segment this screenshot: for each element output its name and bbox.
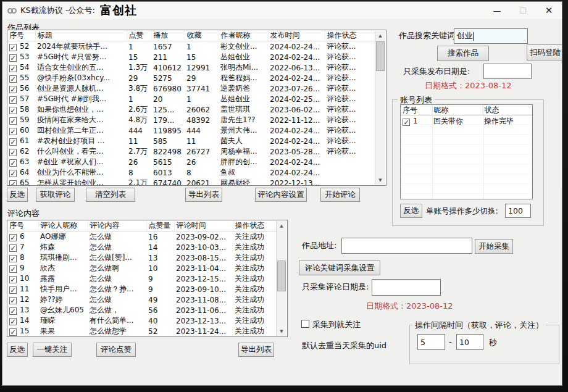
start-comment-button[interactable]: 开始评论 [320,188,360,202]
table-row[interactable]: ✓8琪琪播剧...怎么做[赞]...132023-08-15...关注成功 [7,252,277,263]
close-button[interactable]: ✕ [536,2,562,19]
table-row[interactable]: ✓57#5G时代 #刷到我...1201丛姐创业2024-02-25...评论获… [7,94,375,104]
scroll-down-icon[interactable]: ▼ [375,175,385,185]
col-header[interactable]: 操作状态 [233,220,277,231]
table-row[interactable]: ✓13@幺妹儿605怎么做，562023-11-06...关注成功 [7,305,277,315]
col-header[interactable]: 点赞量 [146,220,174,231]
table-row[interactable]: ✓60回村创业第二年正...444119895444景州大伟...2024-02… [7,125,375,136]
table-row[interactable]: ✓6AO娜娜怎么做162023-09-02...关注成功 [7,231,277,243]
row-checkbox[interactable]: ✓ [9,297,17,304]
col-header[interactable]: 播放 [151,30,185,41]
col-header[interactable]: 标题 [35,30,127,41]
scrollbar-thumb[interactable] [376,41,385,71]
row-checkbox[interactable]: ✓ [9,265,17,273]
table-row[interactable]: ✓63#创业 #祝家人们...26561526胖胖的创...2024-02-24… [7,157,375,167]
search-works-button[interactable]: 搜索作品 [437,46,489,61]
row-checkbox[interactable]: ✓ [9,318,17,325]
row-checkbox[interactable]: ✓ [9,54,17,62]
start-collect-button[interactable]: 开始采集 [475,239,513,254]
comments-export-button[interactable]: 导出列表 [238,343,274,357]
table-row[interactable]: ✓12婷??婷怎么做492023-11-08...关注成功 [7,294,277,305]
row-checkbox[interactable]: ✓ [9,75,17,83]
row-checkbox[interactable]: ✓ [9,180,17,186]
scrollbar-thumb[interactable] [277,261,286,291]
table-row[interactable]: ✓16第凤伯怎么做242024-01-07...关注成功 [7,336,277,337]
col-header[interactable]: 评论人昵称 [38,220,88,231]
account-switch-input[interactable]: 100 [505,204,531,218]
col-header[interactable]: 序号 [401,105,432,116]
row-checkbox[interactable]: ✓ [9,138,17,146]
row-checkbox[interactable]: ✓ [9,65,17,72]
col-header[interactable]: 收藏 [185,30,219,41]
row-checkbox[interactable]: ✓ [9,44,17,51]
col-header[interactable]: 评论内容 [88,220,146,231]
table-row[interactable]: ✓1回关带你操作完毕 [401,116,533,127]
interval-from-input[interactable]: 5 [417,334,445,350]
col-header[interactable]: 昵称 [432,105,482,116]
scroll-up-icon[interactable]: ▲ [277,221,286,230]
col-header[interactable]: 状态 [482,105,533,116]
works-invert-button[interactable]: 反选 [7,188,28,202]
row-checkbox[interactable]: ✓ [9,234,17,241]
row-checkbox[interactable]: ✓ [9,86,17,93]
col-header[interactable]: 序号 [7,220,38,231]
col-header[interactable]: 序号 [7,30,35,41]
comments-scrollbar[interactable]: ▲ ▼ [276,221,286,336]
row-checkbox[interactable]: ✓ [9,107,17,114]
table-row[interactable]: ✓59疫情闲在家来给大...4.8万179...48392唐先生1??2022-… [7,115,375,125]
row-checkbox[interactable]: ✓ [9,117,17,125]
table-row[interactable]: ✓522024年就要玩快手...116571彬文创业...2024-02-24.… [7,41,375,52]
comment-settings-button[interactable]: 评论内容设置 [255,188,307,202]
row-checkbox[interactable]: ✓ [9,286,17,294]
keyword-input[interactable]: 创业 [454,28,528,44]
minimize-button[interactable]: — [484,2,510,19]
follow-all-button[interactable]: 一键关注 [33,343,72,357]
work-url-input[interactable] [341,238,472,254]
table-row[interactable]: ✓65怎样从零开始创业...2.1万67474020621网易财经2022-12… [7,178,375,186]
col-header[interactable]: 操作状态 [325,30,375,41]
table-row[interactable]: ✓54适合女生创业的五...1.3万41061212991张明杰Mi...202… [7,62,375,73]
row-checkbox[interactable]: ✓ [9,255,17,262]
row-checkbox[interactable]: ✓ [9,328,17,336]
like-comments-button[interactable]: 评论点赞 [96,343,136,357]
row-checkbox[interactable]: ✓ [403,119,410,126]
table-row[interactable]: ✓64创业为什么不能带...860138鱼叔2024-02-24... [7,167,375,178]
table-row[interactable]: ✓11快手用户...怎么做？挣...92023-09-10...关注成功 [7,284,277,294]
table-row[interactable]: ✓62什么叫创业，看完...2.7万82249826727周杨幸福...2023… [7,146,375,157]
qr-login-button[interactable]: 扫码登陆 [527,44,562,60]
row-checkbox[interactable]: ✓ [9,170,17,177]
table-row[interactable]: ✓53#5G时代 #只管努...1521115丛姐创业2024-02-24...… [7,52,375,62]
table-row[interactable]: ✓7炜森怎么做142023-10-03...关注成功 [7,242,277,252]
row-checkbox[interactable]: ✓ [9,307,17,315]
table-row[interactable]: ✓58如果你也想创业，...2.6万125...26062盖世琪琪2023-06… [7,104,375,115]
keyword-collect-settings-button[interactable]: 评论关键词采集设置 [299,261,380,275]
row-checkbox[interactable]: ✓ [9,149,17,156]
row-checkbox[interactable]: ✓ [9,276,17,283]
row-checkbox[interactable]: ✓ [9,159,17,167]
col-header[interactable]: 点赞 [127,30,151,41]
interval-to-input[interactable]: 10 [456,334,483,350]
table-row[interactable]: ✓56创业是资源人脉机...3.8万67698037741逆袭奶爸2023-07… [7,83,375,94]
table-row[interactable]: ✓15果果怎么做想学522023-11-24...关注成功 [7,326,277,336]
row-checkbox[interactable]: ✓ [9,96,17,104]
row-checkbox[interactable]: ✓ [9,128,17,135]
clear-list-button[interactable]: 清空列表 [86,188,135,202]
comment-date-input[interactable] [372,279,441,296]
table-row[interactable]: ✓10露露怎么做92023-12-15...关注成功 [7,273,277,284]
comments-invert-button[interactable]: 反选 [7,343,28,357]
publish-date-input[interactable] [483,64,532,79]
table-row[interactable]: ✓9欣杰怎么做啊102023-11-04...关注成功 [7,263,277,273]
table-row[interactable]: ✓61#农村创业好项目 ...1158511菌夫人2024-02-24...评论… [7,136,375,146]
scroll-down-icon[interactable]: ▼ [277,327,286,336]
col-header[interactable]: 作者昵称 [219,30,268,41]
accounts-invert-button[interactable]: 反选 [400,204,422,218]
row-checkbox[interactable]: ✓ [9,244,17,252]
get-comments-button[interactable]: 获取评论 [36,188,75,202]
table-row[interactable]: ✓14瑾嵘有什么简单...402023-12-13...关注成功 [7,315,277,326]
follow-on-collect-checkbox[interactable] [301,320,309,328]
col-header[interactable]: 发布时间 [268,30,325,41]
col-header[interactable]: 评论时间 [174,220,233,231]
works-export-button[interactable]: 导出列表 [185,188,222,202]
scroll-up-icon[interactable]: ▲ [375,31,385,40]
table-row[interactable]: ✓55@快手粉条(03xhcy...29527529程爸程妈...2024-02… [7,73,375,83]
